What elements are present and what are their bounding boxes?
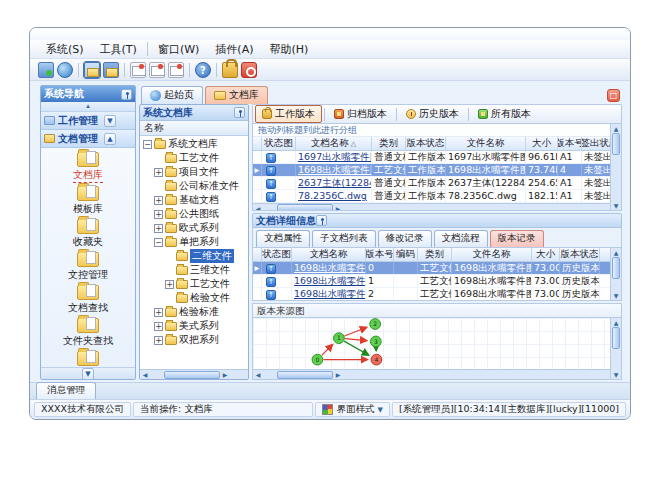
detail-vertical-scrollbar[interactable]: ▲ ▼ (610, 248, 621, 300)
tree-expander-icon[interactable]: + (154, 224, 163, 233)
scroll-thumb[interactable] (164, 371, 220, 379)
chevron-down-icon[interactable]: ▼ (104, 115, 116, 127)
column-header[interactable]: 文件名称 (446, 137, 526, 150)
table-row[interactable]: ↑1698出水嘴零件图.dwg2工艺文件1698出水嘴零件图.dwg73.00K… (253, 288, 610, 300)
pin-icon[interactable] (121, 89, 132, 100)
column-header[interactable]: 状态图 (262, 137, 296, 150)
help-icon[interactable] (195, 62, 211, 78)
table-row[interactable]: ↑1698出水嘴零件图.dwg1工艺文件1698出水嘴零件图.dwg73.00K… (253, 275, 610, 288)
table-row[interactable]: ▸↑1698出水嘴零件图.dwg工艺文件工作版本1698出水嘴零件图.dwg73… (253, 164, 610, 177)
tree-expander-icon[interactable]: − (143, 140, 152, 149)
tree-node[interactable]: −单把系列 (140, 235, 248, 249)
exit-icon[interactable] (241, 62, 257, 78)
mail-new-icon[interactable] (130, 62, 146, 78)
scroll-thumb[interactable] (277, 204, 333, 210)
sidebar-collapse-strip[interactable]: ▴ (41, 102, 135, 112)
upper-horizontal-scrollbar[interactable]: ◀ ▶ (253, 203, 610, 210)
skin-selector[interactable]: 界面样式 ▼ (315, 402, 389, 417)
scroll-left-icon[interactable]: ◀ (140, 371, 150, 378)
scroll-left-icon[interactable]: ◀ (253, 371, 263, 378)
tree-node[interactable]: 公司标准文件 (140, 179, 248, 193)
tree-node[interactable]: −系统文档库 (140, 137, 248, 151)
sidebar-item-folder-search[interactable]: 文件夹查找 (46, 318, 131, 348)
tree-node[interactable]: +项目文件 (140, 165, 248, 179)
version-graph-area[interactable]: 01234 (253, 318, 610, 369)
group-by-hint[interactable]: 拖动列标题到此进行分组 (253, 124, 610, 137)
sidebar-item-doc-search[interactable]: 文档查找 (46, 285, 131, 315)
tab-subdocument-list[interactable]: 子文档列表 (312, 230, 376, 247)
scroll-down-icon[interactable]: ▼ (614, 291, 619, 300)
column-header[interactable]: 签出状态 (582, 137, 610, 150)
menu-item-tools[interactable]: 工具(T) (92, 41, 145, 58)
screen-icon[interactable] (38, 62, 54, 78)
tree-node[interactable]: +双把系列 (140, 333, 248, 347)
tree-node[interactable]: +公共图纸 (140, 207, 248, 221)
column-header[interactable]: 文档名称△ (296, 137, 372, 150)
globe-icon[interactable] (57, 62, 73, 78)
sidebar-item-doc-control[interactable]: 文控管理 (46, 252, 131, 282)
scroll-thumb[interactable] (612, 327, 620, 349)
tree-expander-icon[interactable]: + (154, 308, 163, 317)
upper-vertical-scrollbar[interactable]: ▲ ▼ (610, 124, 621, 210)
tab-version-records[interactable]: 版本记录 (490, 230, 544, 247)
scroll-down-icon[interactable]: ▼ (614, 201, 619, 210)
table-row[interactable]: ↑78.2356C.dwg普通文档工作版本78.2356C.dwg182.15K… (253, 190, 610, 203)
column-header[interactable]: 类别 (418, 248, 452, 261)
sidebar-item-template-library[interactable]: 模板库 (46, 186, 131, 216)
tree-horizontal-scrollbar[interactable]: ◀ ▶ (140, 369, 248, 379)
scroll-left-icon[interactable]: ◀ (253, 205, 263, 211)
tree-expander-icon[interactable]: + (154, 210, 163, 219)
scroll-right-icon[interactable]: ▶ (333, 205, 343, 211)
sidebar-item-favorites[interactable]: 收藏夹 (46, 219, 131, 249)
sidebar-item-checked-out-docs[interactable]: 签出的文档 (46, 351, 131, 367)
tab-document-properties[interactable]: 文档属性 (256, 230, 310, 247)
tree-expander-icon[interactable]: + (154, 336, 163, 345)
tree-expander-icon[interactable]: + (154, 322, 163, 331)
mail-open-icon[interactable] (149, 62, 165, 78)
tree-node[interactable]: +美式系列 (140, 319, 248, 333)
menu-item-window[interactable]: 窗口(W) (150, 41, 207, 58)
scroll-right-icon[interactable]: ▶ (333, 371, 343, 378)
close-tab-icon[interactable]: □ (607, 89, 620, 102)
scroll-right-icon[interactable]: ▶ (220, 371, 230, 378)
library-folder-icon[interactable] (84, 62, 100, 78)
all-versions-button[interactable]: 所有版本 (471, 105, 538, 123)
tab-start-page[interactable]: 起始页 (141, 86, 203, 104)
tree-expander-icon[interactable]: − (154, 238, 163, 247)
column-header[interactable]: 类别 (372, 137, 406, 150)
column-header[interactable]: 版本号 (366, 248, 394, 261)
pin-icon[interactable] (234, 107, 245, 118)
tree-node[interactable]: +工艺文件 (140, 277, 248, 291)
tree-expander-icon[interactable]: + (154, 196, 163, 205)
chevron-down-icon[interactable]: ▼ (82, 368, 94, 380)
history-version-button[interactable]: 历史版本 (399, 105, 466, 123)
pin-icon[interactable] (316, 215, 327, 226)
scroll-up-icon[interactable]: ▲ (614, 248, 619, 257)
tree-column-header[interactable]: 名称 (140, 121, 248, 136)
column-header[interactable]: 文档名称 (292, 248, 366, 261)
scroll-down-icon[interactable]: ▼ (614, 370, 619, 379)
tree-expander-icon[interactable]: + (154, 168, 163, 177)
tree-node[interactable]: +检验标准 (140, 305, 248, 319)
sidebar-group-work[interactable]: 工作管理 ▼ (41, 112, 135, 130)
scroll-up-icon[interactable]: ▲ (614, 124, 619, 133)
menu-item-plugins[interactable]: 插件(A) (207, 41, 261, 58)
tab-document-flow[interactable]: 文档流程 (434, 230, 488, 247)
column-header[interactable]: 版本状态 (560, 248, 600, 261)
table-row[interactable]: ↑2637主体(12284).dwg普通文档工作版本2637主体(12284).… (253, 177, 610, 190)
archived-version-button[interactable]: 归档版本 (327, 105, 394, 123)
scroll-up-icon[interactable]: ▲ (614, 318, 619, 327)
column-header[interactable]: 编码 (394, 248, 418, 261)
menu-item-system[interactable]: 系统(S) (38, 41, 92, 58)
tree-node[interactable]: 检验文件 (140, 291, 248, 305)
column-header[interactable]: 状态图 (262, 248, 292, 261)
working-version-button[interactable]: 工作版本 (255, 105, 322, 123)
column-header[interactable]: 版本状态 (406, 137, 446, 150)
tree-expander-icon[interactable]: + (165, 280, 174, 289)
tree-node[interactable]: +欧式系列 (140, 221, 248, 235)
sidebar-item-document-library[interactable]: 文档库 (46, 152, 131, 183)
column-header[interactable]: 大小 (532, 248, 560, 261)
sidebar-group-documents[interactable]: 文档管理 ▲ (41, 130, 135, 148)
table-row[interactable]: ▸↑1698出水嘴零件图.dwg0工艺文件1698出水嘴零件图.dwg73.00… (253, 262, 610, 275)
column-header[interactable]: 文件名称 (452, 248, 532, 261)
